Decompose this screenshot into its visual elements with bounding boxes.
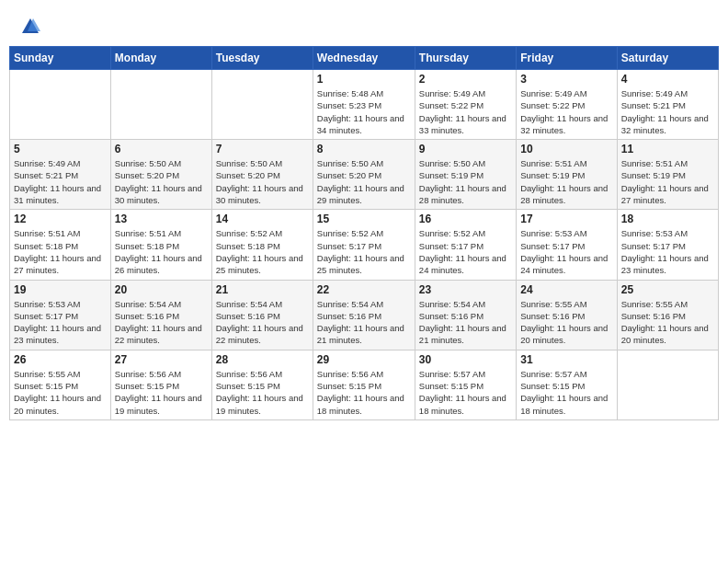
calendar-day-cell: 25Sunrise: 5:55 AMSunset: 5:16 PMDayligh… — [617, 280, 718, 350]
day-info: Sunrise: 5:49 AMSunset: 5:22 PMDaylight:… — [419, 87, 512, 136]
calendar-day-cell — [110, 70, 211, 140]
calendar-day-cell: 15Sunrise: 5:52 AMSunset: 5:17 PMDayligh… — [313, 210, 415, 280]
day-of-week-header: Sunday — [10, 47, 111, 70]
day-info: Sunrise: 5:51 AMSunset: 5:18 PMDaylight:… — [115, 227, 208, 276]
calendar-day-cell: 17Sunrise: 5:53 AMSunset: 5:17 PMDayligh… — [517, 210, 617, 280]
day-info: Sunrise: 5:50 AMSunset: 5:20 PMDaylight:… — [115, 157, 208, 206]
calendar-day-cell: 10Sunrise: 5:51 AMSunset: 5:19 PMDayligh… — [517, 140, 617, 210]
calendar-day-cell: 29Sunrise: 5:56 AMSunset: 5:15 PMDayligh… — [313, 350, 415, 419]
day-number: 19 — [14, 283, 107, 296]
day-number: 20 — [115, 283, 208, 296]
day-info: Sunrise: 5:52 AMSunset: 5:17 PMDaylight:… — [419, 227, 512, 276]
calendar-day-cell — [211, 70, 313, 140]
calendar-table: SundayMondayTuesdayWednesdayThursdayFrid… — [9, 46, 719, 420]
calendar-day-cell — [617, 350, 718, 419]
day-number: 16 — [419, 213, 512, 225]
day-of-week-header: Saturday — [617, 47, 718, 70]
calendar-day-cell: 27Sunrise: 5:56 AMSunset: 5:15 PMDayligh… — [110, 350, 211, 419]
calendar-day-cell: 21Sunrise: 5:54 AMSunset: 5:16 PMDayligh… — [211, 280, 313, 350]
logo-icon — [20, 17, 40, 37]
calendar-day-cell: 13Sunrise: 5:51 AMSunset: 5:18 PMDayligh… — [110, 210, 211, 280]
day-number: 1 — [317, 73, 411, 86]
calendar-day-cell: 19Sunrise: 5:53 AMSunset: 5:17 PMDayligh… — [10, 280, 111, 350]
calendar-week-row: 19Sunrise: 5:53 AMSunset: 5:17 PMDayligh… — [10, 280, 719, 350]
calendar-week-row: 12Sunrise: 5:51 AMSunset: 5:18 PMDayligh… — [10, 210, 719, 280]
day-info: Sunrise: 5:48 AMSunset: 5:23 PMDaylight:… — [317, 87, 411, 136]
calendar-day-cell: 2Sunrise: 5:49 AMSunset: 5:22 PMDaylight… — [415, 70, 516, 140]
page-header — [9, 9, 719, 40]
calendar-week-row: 1Sunrise: 5:48 AMSunset: 5:23 PMDaylight… — [10, 70, 719, 140]
day-number: 23 — [419, 283, 512, 296]
day-info: Sunrise: 5:49 AMSunset: 5:21 PMDaylight:… — [14, 157, 107, 206]
day-info: Sunrise: 5:51 AMSunset: 5:19 PMDaylight:… — [520, 157, 612, 206]
day-of-week-header: Tuesday — [211, 47, 313, 70]
day-info: Sunrise: 5:52 AMSunset: 5:18 PMDaylight:… — [216, 227, 309, 276]
day-number: 11 — [621, 143, 714, 155]
calendar-day-cell: 31Sunrise: 5:57 AMSunset: 5:15 PMDayligh… — [517, 350, 617, 419]
day-number: 4 — [621, 73, 714, 86]
day-number: 30 — [419, 353, 512, 366]
day-info: Sunrise: 5:52 AMSunset: 5:17 PMDaylight:… — [317, 227, 411, 276]
calendar-day-cell: 7Sunrise: 5:50 AMSunset: 5:20 PMDaylight… — [211, 140, 313, 210]
day-number: 18 — [621, 213, 714, 225]
calendar-day-cell: 24Sunrise: 5:55 AMSunset: 5:16 PMDayligh… — [517, 280, 617, 350]
day-number: 12 — [14, 213, 107, 225]
calendar-day-cell: 30Sunrise: 5:57 AMSunset: 5:15 PMDayligh… — [415, 350, 516, 419]
logo — [18, 17, 40, 37]
day-info: Sunrise: 5:56 AMSunset: 5:15 PMDaylight:… — [115, 368, 208, 417]
day-info: Sunrise: 5:50 AMSunset: 5:19 PMDaylight:… — [419, 157, 512, 206]
day-info: Sunrise: 5:54 AMSunset: 5:16 PMDaylight:… — [317, 298, 411, 347]
calendar-day-cell: 16Sunrise: 5:52 AMSunset: 5:17 PMDayligh… — [415, 210, 516, 280]
day-number: 6 — [115, 143, 208, 155]
calendar-day-cell: 12Sunrise: 5:51 AMSunset: 5:18 PMDayligh… — [10, 210, 111, 280]
day-number: 31 — [520, 353, 612, 366]
day-info: Sunrise: 5:57 AMSunset: 5:15 PMDaylight:… — [419, 368, 512, 417]
day-number: 10 — [520, 143, 612, 155]
day-number: 7 — [216, 143, 309, 155]
calendar-week-row: 26Sunrise: 5:55 AMSunset: 5:15 PMDayligh… — [10, 350, 719, 419]
day-number: 29 — [317, 353, 411, 366]
day-number: 14 — [216, 213, 309, 225]
calendar-day-cell: 3Sunrise: 5:49 AMSunset: 5:22 PMDaylight… — [517, 70, 617, 140]
day-of-week-header: Wednesday — [313, 47, 415, 70]
day-info: Sunrise: 5:53 AMSunset: 5:17 PMDaylight:… — [520, 227, 612, 276]
day-number: 28 — [216, 353, 309, 366]
day-number: 17 — [520, 213, 612, 225]
day-number: 15 — [317, 213, 411, 225]
day-number: 27 — [115, 353, 208, 366]
day-number: 8 — [317, 143, 411, 155]
calendar-week-row: 5Sunrise: 5:49 AMSunset: 5:21 PMDaylight… — [10, 140, 719, 210]
day-number: 3 — [520, 73, 612, 86]
day-number: 21 — [216, 283, 309, 296]
day-info: Sunrise: 5:54 AMSunset: 5:16 PMDaylight:… — [115, 298, 208, 347]
day-info: Sunrise: 5:54 AMSunset: 5:16 PMDaylight:… — [419, 298, 512, 347]
calendar-day-cell: 26Sunrise: 5:55 AMSunset: 5:15 PMDayligh… — [10, 350, 111, 419]
day-of-week-header: Monday — [110, 47, 211, 70]
day-info: Sunrise: 5:49 AMSunset: 5:22 PMDaylight:… — [520, 87, 612, 136]
calendar-day-cell: 6Sunrise: 5:50 AMSunset: 5:20 PMDaylight… — [110, 140, 211, 210]
day-info: Sunrise: 5:53 AMSunset: 5:17 PMDaylight:… — [14, 298, 107, 347]
day-number: 26 — [14, 353, 107, 366]
day-info: Sunrise: 5:50 AMSunset: 5:20 PMDaylight:… — [317, 157, 411, 206]
calendar-day-cell: 5Sunrise: 5:49 AMSunset: 5:21 PMDaylight… — [10, 140, 111, 210]
day-info: Sunrise: 5:49 AMSunset: 5:21 PMDaylight:… — [621, 87, 714, 136]
calendar-day-cell: 9Sunrise: 5:50 AMSunset: 5:19 PMDaylight… — [415, 140, 516, 210]
day-number: 25 — [621, 283, 714, 296]
day-number: 22 — [317, 283, 411, 296]
day-info: Sunrise: 5:50 AMSunset: 5:20 PMDaylight:… — [216, 157, 309, 206]
day-info: Sunrise: 5:56 AMSunset: 5:15 PMDaylight:… — [216, 368, 309, 417]
day-number: 2 — [419, 73, 512, 86]
calendar-day-cell: 18Sunrise: 5:53 AMSunset: 5:17 PMDayligh… — [617, 210, 718, 280]
calendar-day-cell: 1Sunrise: 5:48 AMSunset: 5:23 PMDaylight… — [313, 70, 415, 140]
calendar-day-cell: 14Sunrise: 5:52 AMSunset: 5:18 PMDayligh… — [211, 210, 313, 280]
day-info: Sunrise: 5:55 AMSunset: 5:16 PMDaylight:… — [621, 298, 714, 347]
day-info: Sunrise: 5:57 AMSunset: 5:15 PMDaylight:… — [520, 368, 612, 417]
day-of-week-header: Thursday — [415, 47, 516, 70]
calendar-day-cell: 4Sunrise: 5:49 AMSunset: 5:21 PMDaylight… — [617, 70, 718, 140]
day-info: Sunrise: 5:56 AMSunset: 5:15 PMDaylight:… — [317, 368, 411, 417]
day-number: 9 — [419, 143, 512, 155]
day-info: Sunrise: 5:54 AMSunset: 5:16 PMDaylight:… — [216, 298, 309, 347]
day-info: Sunrise: 5:51 AMSunset: 5:19 PMDaylight:… — [621, 157, 714, 206]
day-of-week-header: Friday — [517, 47, 617, 70]
day-info: Sunrise: 5:55 AMSunset: 5:15 PMDaylight:… — [14, 368, 107, 417]
